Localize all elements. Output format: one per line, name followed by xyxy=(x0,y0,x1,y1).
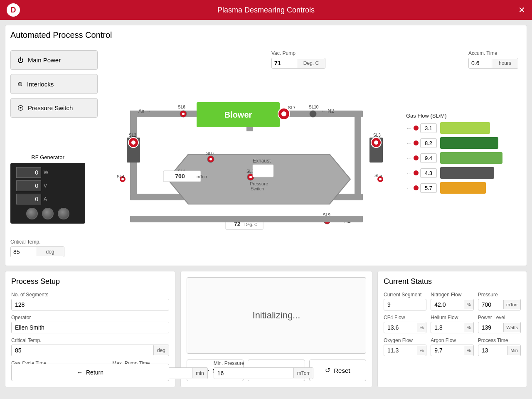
critical-temp-input[interactable] xyxy=(11,247,36,257)
cs-field: CF4 Flow 13.6 % xyxy=(384,315,426,333)
cs-unit: % xyxy=(464,323,473,332)
reset-icon: ↺ xyxy=(325,367,330,374)
process-setup-title: Process Setup xyxy=(11,277,169,286)
rf-volts-input[interactable] xyxy=(16,180,41,191)
gas-flow-title: Gas Flow (SL/M) xyxy=(406,113,518,119)
main-power-button[interactable]: ⏻ Main Power xyxy=(10,50,98,70)
cs-value-wrap: 13 Min xyxy=(478,345,521,356)
cs-unit: mTorr xyxy=(503,300,520,309)
operator-input[interactable] xyxy=(12,322,169,333)
svg-text:mTorr: mTorr xyxy=(197,175,207,179)
gas-arrow-icon: ← xyxy=(406,125,412,131)
svg-point-24 xyxy=(310,111,316,117)
status-text: Initializing... xyxy=(253,310,300,321)
critical-temp-field-input[interactable] xyxy=(12,345,153,356)
critical-temp-field-unit: deg xyxy=(153,345,169,355)
svg-text:SL4: SL4 xyxy=(117,175,124,179)
min-pressure-col: Min. Pressure mTorr xyxy=(214,360,314,383)
app-title: Plasma Desmearing Controls xyxy=(217,6,315,15)
gas-value: 9.4 xyxy=(420,153,437,163)
gas-bar xyxy=(440,137,498,149)
svg-text:Deg. C: Deg. C xyxy=(244,222,257,227)
svg-text:Switch: Switch xyxy=(251,186,264,191)
pressure-switch-button[interactable]: ⦿ Pressure Switch xyxy=(10,98,98,118)
svg-text:SL5: SL5 xyxy=(374,173,382,178)
no-of-segments-label: No. of Segments xyxy=(11,292,169,298)
cs-field: Helium Flow 1.8 % xyxy=(431,315,473,333)
rf-watts-unit: W xyxy=(44,170,48,175)
cs-value: 139 xyxy=(478,322,504,333)
interlocks-button[interactable]: ⊕ Interlocks xyxy=(10,74,98,94)
gas-value: 5.7 xyxy=(420,183,437,193)
cs-field-label: Oxygen Flow xyxy=(384,337,426,343)
rf-volts-unit: V xyxy=(44,183,47,189)
rf-knobs xyxy=(16,208,79,219)
svg-text:SL10: SL10 xyxy=(309,105,319,109)
ps-critical-row: Critical Temp. deg xyxy=(11,337,169,360)
gas-dot xyxy=(414,126,419,131)
cs-field-label: Nitrogen Flow xyxy=(431,292,473,298)
gas-arrow-icon: ← xyxy=(406,185,412,191)
svg-text:Pressure: Pressure xyxy=(250,181,268,186)
gas-rows: ← 3.1 ← 8.2 ← 9.4 ← 4.3 ← 5.7 xyxy=(406,122,518,194)
critical-temp-unit: deg xyxy=(36,247,64,256)
knob-3[interactable] xyxy=(58,208,69,219)
critical-temp-label: Critical Temp. xyxy=(10,239,64,245)
svg-point-15 xyxy=(379,178,382,180)
cs-value: 13 xyxy=(478,345,508,356)
reset-button[interactable]: ↺ Reset xyxy=(309,360,366,381)
panel-title: Automated Process Control xyxy=(10,30,522,40)
cs-value-wrap: 1.8 % xyxy=(431,322,473,333)
cs-value: 13.6 xyxy=(384,322,417,333)
cs-field-label: Process Time xyxy=(478,337,521,343)
svg-point-22 xyxy=(182,113,185,115)
gas-bar xyxy=(440,152,502,164)
cs-field: Nitrogen Flow 42.0 % xyxy=(431,292,473,310)
cs-value: 42.0 xyxy=(431,299,464,310)
rf-amps-input[interactable] xyxy=(16,194,41,204)
gas-row: ← 5.7 xyxy=(406,182,518,194)
cs-field: Oxygen Flow 11.3 % xyxy=(384,337,426,356)
rf-watts-input[interactable] xyxy=(16,167,41,178)
knob-2[interactable] xyxy=(42,208,54,219)
cs-unit: Min xyxy=(507,346,520,355)
return-label: Return xyxy=(86,369,103,376)
cs-field: Argon Flow 9.7 % xyxy=(431,337,473,356)
svg-text:SL0: SL0 xyxy=(206,151,214,156)
cs-value: 700 xyxy=(478,299,503,310)
no-of-segments-input[interactable] xyxy=(12,299,169,310)
bottom-row: Process Setup No. of Segments Operator xyxy=(5,271,527,387)
cs-field: Pressure 700 mTorr xyxy=(478,292,521,310)
return-button[interactable]: ← Return xyxy=(11,364,169,381)
min-pressure-input[interactable] xyxy=(214,368,293,379)
gas-value: 4.3 xyxy=(420,168,437,178)
operator-label: Operator xyxy=(11,315,169,320)
gas-bar xyxy=(440,167,494,179)
svg-rect-51 xyxy=(130,216,363,222)
min-pressure-label: Min. Pressure xyxy=(214,360,314,366)
rf-generator-label: RF Generator xyxy=(10,154,85,160)
main-power-label: Main Power xyxy=(28,57,61,64)
cs-value-wrap: 13.6 % xyxy=(384,322,426,333)
svg-text:← N2: ← N2 xyxy=(321,108,334,114)
svg-text:Air →: Air → xyxy=(138,108,151,114)
cs-field-label: Pressure xyxy=(478,292,521,298)
gas-arrow-icon: ← xyxy=(406,155,412,161)
knob-1[interactable] xyxy=(26,208,38,219)
cs-field-label: Helium Flow xyxy=(431,315,473,320)
cs-field-label: Power Level xyxy=(478,315,521,320)
process-diagram: Blower SL7 SL6 SL10 Air → ← N2 xyxy=(105,46,404,258)
return-arrow-icon: ← xyxy=(77,369,83,376)
cs-unit: % xyxy=(464,346,473,355)
gas-arrow-icon: ← xyxy=(406,140,412,146)
cs-field: Power Level 139 Watts xyxy=(478,315,521,333)
gas-dot xyxy=(414,170,419,175)
close-button[interactable]: ✕ xyxy=(518,5,525,15)
critical-temp-wrap: deg xyxy=(10,246,64,257)
svg-point-19 xyxy=(281,111,286,116)
gas-bar xyxy=(440,182,486,194)
cs-value: 1.8 xyxy=(431,322,464,333)
svg-text:SL7: SL7 xyxy=(288,106,296,110)
pressure-icon: ⦿ xyxy=(17,104,24,111)
rf-amps-unit: A xyxy=(44,196,47,202)
